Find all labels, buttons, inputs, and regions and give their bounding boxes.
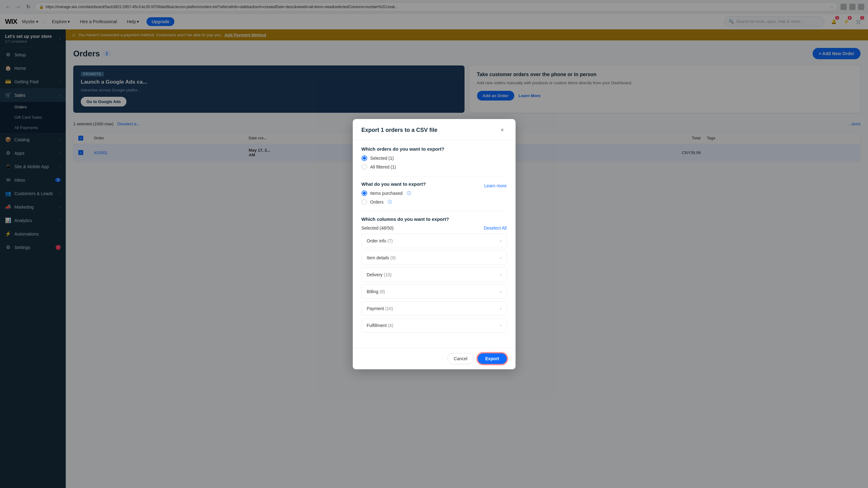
what-export-section: What do you want to export? Learn more I… [362, 181, 507, 205]
column-groups-list: Order info (7) › Item details (9) › [362, 234, 507, 335]
column-group-payment-header[interactable]: Payment (10) › [362, 302, 506, 315]
column-group-fulfillment-chevron-icon: › [500, 323, 501, 327]
column-group-item-details-chevron-icon: › [500, 256, 501, 260]
which-orders-title: Which orders do you want to export? [362, 146, 507, 152]
deselect-all-button[interactable]: Deselect All [484, 226, 506, 231]
radio-selected-inner [363, 156, 366, 160]
order-selection-radio-group: Selected (1) All filtered (1) [362, 155, 507, 170]
column-group-billing-chevron-icon: › [500, 289, 501, 294]
column-group-item-details-header[interactable]: Item details (9) › [362, 251, 506, 265]
section-divider-2 [362, 211, 507, 211]
column-group-delivery-chevron-icon: › [500, 272, 501, 277]
which-columns-section: Which columns do you want to export? Sel… [362, 217, 507, 335]
radio-items-purchased-label: Items purchased [370, 191, 403, 196]
section-divider-1 [362, 176, 507, 176]
columns-selected-count: Selected (48/50) [362, 226, 394, 231]
column-group-order-info-chevron-icon: › [500, 239, 501, 243]
radio-items-purchased[interactable]: Items purchased ⓘ [362, 191, 507, 196]
column-group-payment-label: Payment (10) [367, 306, 393, 311]
column-group-delivery: Delivery (10) › [362, 267, 507, 282]
column-group-order-info: Order info (7) › [362, 234, 507, 248]
column-group-order-info-header[interactable]: Order info (7) › [362, 234, 506, 248]
modal-footer: Cancel Export [353, 348, 516, 369]
column-group-fulfillment: Fulfillment (4) › [362, 318, 507, 333]
column-group-delivery-label: Delivery (10) [367, 272, 392, 277]
modal-close-button[interactable]: × [498, 126, 507, 135]
radio-selected-circle [362, 155, 367, 161]
radio-orders-label: Orders [370, 200, 384, 204]
column-group-billing: Billing (8) › [362, 284, 507, 299]
column-group-delivery-header[interactable]: Delivery (10) › [362, 268, 506, 282]
learn-more-link[interactable]: Learn more [484, 183, 507, 188]
orders-info-icon[interactable]: ⓘ [388, 199, 392, 205]
modal-header: Export 1 orders to a CSV file × [353, 119, 516, 140]
radio-all-filtered-circle [362, 164, 367, 170]
export-what-header-row: What do you want to export? Learn more [362, 181, 507, 191]
what-export-title: What do you want to export? [362, 181, 426, 187]
column-group-fulfillment-label: Fulfillment (4) [367, 323, 394, 328]
items-purchased-info-icon[interactable]: ⓘ [407, 191, 411, 196]
columns-header-row: Selected (48/50) Deselect All [362, 226, 507, 231]
which-columns-title: Which columns do you want to export? [362, 217, 507, 222]
radio-items-purchased-circle [362, 191, 367, 196]
radio-all-filtered-label: All filtered (1) [370, 165, 396, 169]
column-group-payment: Payment (10) › [362, 301, 507, 316]
modal-overlay[interactable]: Export 1 orders to a CSV file × Which or… [0, 0, 868, 488]
export-button[interactable]: Export [478, 353, 506, 364]
column-group-billing-label: Billing (8) [367, 289, 385, 294]
radio-orders[interactable]: Orders ⓘ [362, 199, 507, 205]
export-modal: Export 1 orders to a CSV file × Which or… [353, 119, 516, 369]
modal-body: Which orders do you want to export? Sele… [353, 140, 516, 348]
column-group-item-details: Item details (9) › [362, 251, 507, 265]
cancel-button[interactable]: Cancel [447, 353, 474, 364]
radio-items-purchased-inner [363, 192, 366, 195]
column-group-billing-header[interactable]: Billing (8) › [362, 285, 506, 298]
radio-orders-circle [362, 199, 367, 205]
radio-selected-label: Selected (1) [370, 156, 394, 161]
export-type-radio-group: Items purchased ⓘ Orders ⓘ [362, 191, 507, 205]
which-orders-section: Which orders do you want to export? Sele… [362, 146, 507, 170]
radio-all-filtered[interactable]: All filtered (1) [362, 164, 507, 170]
column-group-payment-chevron-icon: › [500, 306, 501, 311]
modal-title: Export 1 orders to a CSV file [362, 127, 438, 134]
column-group-fulfillment-header[interactable]: Fulfillment (4) › [362, 319, 506, 332]
radio-selected-orders[interactable]: Selected (1) [362, 155, 507, 161]
column-group-order-info-label: Order info (7) [367, 238, 393, 243]
column-group-item-details-label: Item details (9) [367, 255, 396, 260]
